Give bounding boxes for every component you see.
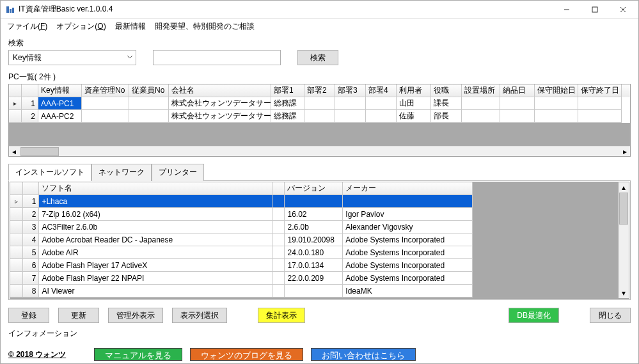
svg-rect-1 <box>10 9 12 13</box>
tab-installed-software[interactable]: インストールソフト <box>8 164 91 181</box>
maximize-button[interactable] <box>581 1 609 18</box>
chevron-down-icon <box>127 53 133 62</box>
manual-link-button[interactable]: マニュアルを見る <box>94 348 182 361</box>
current-row-marker: ▸ <box>9 97 22 110</box>
col-maker[interactable]: メーカー <box>343 182 473 195</box>
blog-link-button[interactable]: ウォンツのブログを見る <box>190 348 303 361</box>
scroll-right-icon[interactable]: ▸ <box>620 147 630 156</box>
col-role[interactable]: 役職 <box>431 84 462 97</box>
scroll-left-icon[interactable]: ◂ <box>9 147 19 156</box>
action-button-row: 登録 更新 管理外表示 表示列選択 集計表示 DB最適化 閉じる <box>8 308 631 323</box>
col-d3[interactable]: 部署3 <box>335 84 366 97</box>
pc-list-title: PC一覧( 2件 ) <box>8 70 631 84</box>
menu-file[interactable]: ファイル(F) <box>7 21 47 32</box>
footer: © 2018 ウォンツ マニュアルを見る ウォンツのブログを見る お問い合わせは… <box>1 345 638 363</box>
close-button[interactable]: 閉じる <box>590 308 631 323</box>
pc-list-grid[interactable]: Key情報 資産管理No 従業員No 会社名 部署1 部署2 部署3 部署4 利… <box>8 84 631 157</box>
update-button[interactable]: 更新 <box>58 308 99 323</box>
menu-request[interactable]: 開発要望、特別開発のご相談 <box>155 21 255 32</box>
col-hs[interactable]: 保守開始日 <box>535 84 578 97</box>
software-row[interactable]: 7Adobe Flash Player 22 NPAPI22.0.0.209Ad… <box>10 272 473 285</box>
col-asset[interactable]: 資産管理No <box>82 84 129 97</box>
tab-panel: ソフト名 バージョン メーカー ▹1+Lhaca27-Zip 16.02 (x6… <box>8 180 631 300</box>
search-button[interactable]: 検索 <box>297 50 338 65</box>
pc-row[interactable]: ▸ 1 AAA-PC1 株式会社ウォンツデータサービス 総務課 山田 課長 <box>9 97 630 110</box>
detail-tabs: インストールソフト ネットワーク プリンター <box>8 163 631 180</box>
svg-rect-2 <box>12 8 14 13</box>
app-icon <box>6 5 15 14</box>
menu-option[interactable]: オプション(O) <box>56 21 106 32</box>
col-user[interactable]: 利用者 <box>397 84 431 97</box>
scroll-down-icon[interactable]: ▾ <box>619 288 629 298</box>
svg-rect-0 <box>6 6 9 13</box>
exclude-button[interactable]: 管理外表示 <box>108 308 163 323</box>
software-row[interactable]: 3AC3Filter 2.6.0b2.6.0bAlexander Vigovsk… <box>10 221 473 233</box>
db-optimize-button[interactable]: DB最適化 <box>509 308 559 323</box>
software-row[interactable]: 5Adobe AIR24.0.0.180Adobe Systems Incorp… <box>10 246 473 259</box>
information-label: インフォメーション <box>8 327 631 340</box>
scroll-up-icon[interactable]: ▴ <box>619 182 629 193</box>
contact-link-button[interactable]: お問い合わせはこちら <box>311 348 416 361</box>
software-row[interactable]: 6Adobe Flash Player 17 ActiveX17.0.0.134… <box>10 259 473 272</box>
tab-printer[interactable]: プリンター <box>152 164 204 181</box>
col-d4[interactable]: 部署4 <box>366 84 397 97</box>
software-row[interactable]: 27-Zip 16.02 (x64)16.02Igor Pavlov <box>10 208 473 221</box>
summary-button[interactable]: 集計表示 <box>258 308 305 323</box>
col-d1[interactable]: 部署1 <box>271 84 304 97</box>
search-key-value: Key情報 <box>13 52 42 63</box>
software-grid[interactable]: ソフト名 バージョン メーカー ▹1+Lhaca27-Zip 16.02 (x6… <box>10 182 629 299</box>
col-company[interactable]: 会社名 <box>169 84 271 97</box>
copyright-link[interactable]: © 2018 ウォンツ <box>8 349 66 360</box>
col-d2[interactable]: 部署2 <box>304 84 335 97</box>
minimize-button[interactable] <box>553 1 581 18</box>
col-version[interactable]: バージョン <box>285 182 343 195</box>
software-row[interactable]: ▹1+Lhaca <box>10 195 473 208</box>
pc-grid-hscroll[interactable]: ◂ ▸ <box>9 146 630 156</box>
search-label: 検索 <box>8 36 631 50</box>
register-button[interactable]: 登録 <box>8 308 49 323</box>
column-select-button[interactable]: 表示列選択 <box>172 308 227 323</box>
app-window: IT資産管理Basic ver.1.0.0.4 ファイル(F) オプション(O)… <box>0 0 639 364</box>
menu-latest[interactable]: 最新情報 <box>115 21 146 32</box>
search-input[interactable] <box>153 50 281 65</box>
close-window-button[interactable] <box>609 1 637 18</box>
software-row[interactable]: 4Adobe Acrobat Reader DC - Japanese19.01… <box>10 233 473 246</box>
col-he[interactable]: 保守終了日 <box>578 84 622 97</box>
search-key-combo[interactable]: Key情報 <box>8 50 136 65</box>
content-area: 検索 Key情報 検索 PC一覧( 2件 ) Key情報 資産管理No 従業員N… <box>1 34 638 345</box>
window-title: IT資産管理Basic ver.1.0.0.4 <box>19 4 553 15</box>
svg-rect-4 <box>592 7 597 12</box>
menu-bar: ファイル(F) オプション(O) 最新情報 開発要望、特別開発のご相談 <box>1 19 638 34</box>
col-deliv[interactable]: 納品日 <box>500 84 535 97</box>
titlebar: IT資産管理Basic ver.1.0.0.4 <box>1 1 638 19</box>
scroll-thumb[interactable] <box>619 193 628 225</box>
pc-row[interactable]: 2 AAA-PC2 株式会社ウォンツデータサービス 総務課 佐藤 部長 <box>9 110 630 123</box>
col-key[interactable]: Key情報 <box>38 84 82 97</box>
col-soft-name[interactable]: ソフト名 <box>39 182 272 195</box>
pc-grid-header: Key情報 資産管理No 従業員No 会社名 部署1 部署2 部署3 部署4 利… <box>9 84 630 97</box>
col-loc[interactable]: 設置場所 <box>462 84 500 97</box>
tab-network[interactable]: ネットワーク <box>91 164 152 181</box>
search-row: Key情報 検索 <box>8 50 631 65</box>
scroll-thumb[interactable] <box>20 147 59 156</box>
col-emp[interactable]: 従業員No <box>129 84 169 97</box>
software-row[interactable]: 8AI ViewerIdeaMK <box>10 285 473 297</box>
software-vscroll[interactable]: ▴ ▾ <box>619 182 629 298</box>
